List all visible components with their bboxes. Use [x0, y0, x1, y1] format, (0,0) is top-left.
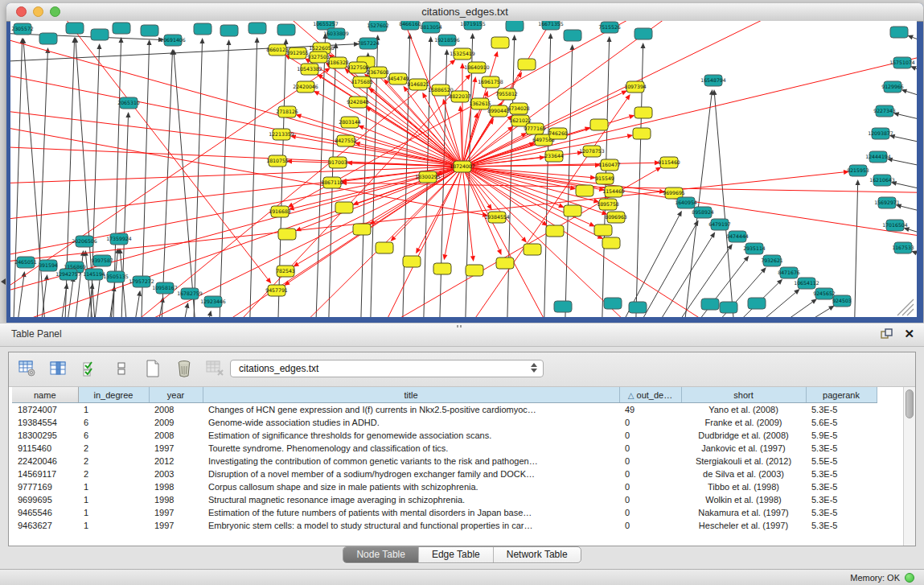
- graph-node[interactable]: 2803144: [339, 117, 361, 128]
- cell-title[interactable]: Investigating the contribution of common…: [203, 455, 619, 468]
- graph-node[interactable]: 17016504: [882, 220, 908, 231]
- graph-node[interactable]: [220, 25, 238, 36]
- cell-name[interactable]: 22420046: [12, 455, 78, 468]
- cell-short[interactable]: Franke et al. (2009): [681, 416, 806, 429]
- minimize-button[interactable]: [33, 6, 43, 17]
- cell-title[interactable]: Structural magnetic resonance image aver…: [203, 493, 619, 506]
- network-canvas[interactable]: 1872400718300295193845548660123891295515…: [10, 21, 917, 317]
- graph-node[interactable]: 1160477: [598, 159, 621, 171]
- column-header-out_degree[interactable]: △out_de…: [619, 387, 681, 403]
- graph-node[interactable]: [890, 27, 908, 38]
- graph-node[interactable]: [554, 301, 572, 312]
- graph-node[interactable]: 8427552: [335, 135, 357, 146]
- cell-short[interactable]: Dudbridge et al. (2008): [681, 429, 806, 442]
- graph-node[interactable]: 9777169: [524, 123, 546, 134]
- graph-edge[interactable]: [544, 33, 553, 317]
- cell-in_degree[interactable]: 6: [78, 416, 149, 429]
- float-panel-icon[interactable]: [881, 328, 893, 340]
- cell-short[interactable]: Hescheler et al. (1997): [681, 519, 806, 532]
- graph-edge[interactable]: [161, 49, 175, 317]
- table-row[interactable]: 2242004622012Investigating the contribut…: [12, 455, 877, 468]
- table-select-combobox[interactable]: citations_edges.txt: [230, 360, 544, 377]
- graph-node[interactable]: 2305572: [11, 23, 34, 35]
- graph-node[interactable]: 16210643: [869, 175, 895, 186]
- graph-node[interactable]: 8471676: [778, 267, 800, 278]
- cell-out_degree[interactable]: 0: [619, 442, 681, 455]
- graph-node[interactable]: 2367608: [367, 67, 389, 78]
- cell-name[interactable]: 14569117: [12, 468, 78, 480]
- show-columns-icon[interactable]: [48, 357, 69, 380]
- graph-node[interactable]: 10958167: [152, 282, 178, 294]
- graph-node[interactable]: 1097394: [624, 81, 647, 93]
- graph-node[interactable]: 20691406: [160, 35, 186, 46]
- cell-pagerank[interactable]: 5.3E-5: [806, 468, 877, 480]
- cell-name[interactable]: 19384554: [12, 416, 78, 429]
- select-all-checks-icon[interactable]: [80, 357, 101, 380]
- graph-node[interactable]: [518, 59, 536, 70]
- graph-node[interactable]: 1916683: [269, 206, 291, 217]
- cell-name[interactable]: 9465546: [12, 506, 78, 519]
- graph-node[interactable]: 16671355: [538, 21, 564, 30]
- cell-out_degree[interactable]: 0: [619, 429, 681, 442]
- graph-node[interactable]: [141, 25, 158, 36]
- cell-in_degree[interactable]: 2: [78, 468, 149, 480]
- cell-title[interactable]: Corpus callosum shape and size in male p…: [203, 480, 619, 493]
- cell-in_degree[interactable]: 1: [78, 519, 149, 532]
- create-column-icon[interactable]: [142, 357, 163, 380]
- graph-node[interactable]: [748, 298, 766, 309]
- cell-name[interactable]: 9463627: [12, 519, 78, 532]
- cell-short[interactable]: Nakamura et al. (1997): [681, 506, 806, 519]
- graph-node[interactable]: [633, 128, 651, 139]
- graph-node[interactable]: 18724007: [450, 161, 475, 172]
- graph-edge[interactable]: [58, 283, 68, 317]
- cell-out_degree[interactable]: 49: [619, 403, 681, 417]
- table-row[interactable]: 1830029562008Estimation of significance …: [12, 429, 877, 442]
- graph-node[interactable]: [113, 23, 130, 34]
- table-row[interactable]: 1456911722003Disruption of a novel membe…: [12, 468, 877, 480]
- graph-node[interactable]: 18640910: [464, 62, 490, 73]
- graph-node[interactable]: 915549: [595, 173, 614, 184]
- graph-node[interactable]: 13505135: [103, 271, 129, 282]
- graph-edge[interactable]: [10, 167, 462, 226]
- graph-node[interactable]: [594, 225, 612, 236]
- graph-node[interactable]: 8958924: [692, 207, 714, 218]
- graph-edge[interactable]: [184, 167, 462, 317]
- cell-title[interactable]: Estimation of the future numbers of pati…: [203, 506, 619, 519]
- graph-node[interactable]: 9129966: [881, 81, 904, 93]
- graph-node[interactable]: 9397587: [91, 255, 113, 266]
- cell-in_degree[interactable]: 1: [78, 403, 149, 417]
- cell-short[interactable]: de Silva et al. (2003): [681, 468, 806, 480]
- cell-out_degree[interactable]: 0: [619, 506, 681, 519]
- graph-edge[interactable]: [907, 35, 917, 45]
- graph-node[interactable]: 1527602: [367, 21, 389, 31]
- graph-node[interactable]: [403, 256, 421, 267]
- graph-node[interactable]: 12923446: [200, 296, 226, 307]
- graph-node[interactable]: [194, 23, 211, 35]
- graph-node[interactable]: 7857224: [357, 38, 380, 49]
- graph-edge[interactable]: [462, 21, 844, 167]
- graph-node[interactable]: [39, 33, 57, 44]
- graph-node[interactable]: 2935114: [743, 243, 766, 254]
- graph-edge[interactable]: [72, 250, 85, 317]
- graph-node[interactable]: 8990443: [487, 105, 510, 117]
- graph-node[interactable]: 2718126: [276, 106, 298, 117]
- tab-edge-table[interactable]: Edge Table: [419, 547, 494, 562]
- graph-node[interactable]: 18300295: [415, 171, 441, 183]
- graph-node[interactable]: [466, 265, 483, 276]
- graph-edge[interactable]: [713, 89, 736, 317]
- cell-pagerank[interactable]: 5.5E-5: [806, 455, 877, 468]
- graph-node[interactable]: 15325419: [450, 48, 475, 60]
- graph-node[interactable]: 2065310: [117, 97, 140, 109]
- graph-node[interactable]: [701, 299, 719, 310]
- graph-edge[interactable]: [462, 167, 595, 226]
- cell-short[interactable]: Wolkin et al. (1998): [681, 493, 806, 506]
- graph-node[interactable]: 12093877: [868, 128, 893, 139]
- cell-in_degree[interactable]: 1: [78, 506, 149, 519]
- cell-year[interactable]: 1997: [149, 506, 203, 519]
- graph-node[interactable]: 924503: [832, 295, 852, 307]
- graph-node[interactable]: 1145194: [83, 269, 105, 280]
- cell-in_degree[interactable]: 2: [78, 455, 149, 468]
- cell-title[interactable]: Embryonic stem cells: a model to study s…: [203, 519, 619, 532]
- table-row[interactable]: 1872400712008Changes of HCN gene express…: [12, 403, 877, 417]
- graph-node[interactable]: 12213359: [269, 129, 294, 140]
